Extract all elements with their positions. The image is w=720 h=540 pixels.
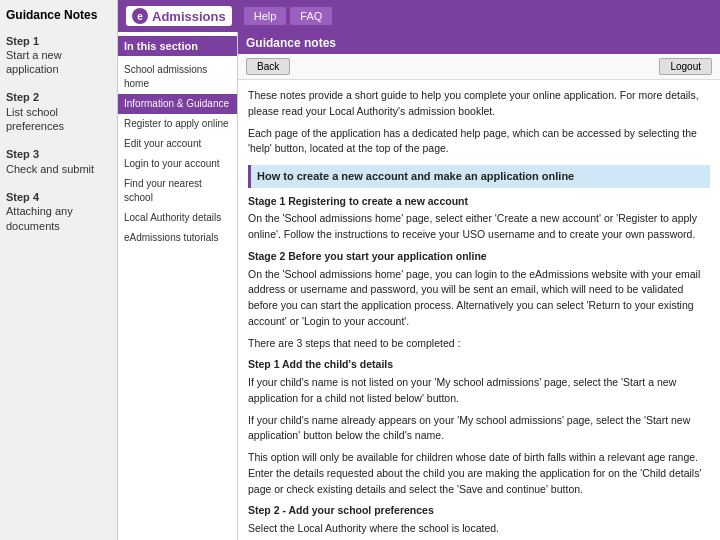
step1-p3: This option will only be available for c…: [248, 450, 710, 497]
step1-p1: If your child's name is not listed on yo…: [248, 375, 710, 407]
step-1-item: Step 1 Start a new application: [6, 34, 111, 77]
inner-sidebar-title: In this section: [118, 36, 237, 56]
logo-text: Admissions: [152, 9, 226, 24]
logout-button[interactable]: Logout: [659, 58, 712, 75]
sidebar-link-authority[interactable]: Local Authority details: [118, 208, 237, 228]
inner-sidebar: In this section School admissions home I…: [118, 32, 238, 540]
step-1-desc: Start a new application: [6, 48, 111, 77]
sidebar-link-info[interactable]: Information & Guidance: [118, 94, 237, 114]
guidance-notes-title: Guidance Notes: [6, 8, 111, 24]
left-sidebar: Guidance Notes Step 1 Start a new applic…: [0, 0, 118, 540]
step-3-item: Step 3 Check and submit: [6, 147, 111, 176]
step1-title: Step 1 Add the child's details: [248, 357, 710, 373]
intro-p1: These notes provide a short guide to hel…: [248, 88, 710, 120]
stage2-title: Stage 2 Before you start your applicatio…: [248, 249, 710, 265]
notes-toolbar: Back Logout: [238, 54, 720, 80]
sidebar-link-tutorials[interactable]: eAdmissions tutorials: [118, 228, 237, 248]
stage1-text: On the 'School admissions home' page, se…: [248, 211, 710, 243]
sidebar-link-home[interactable]: School admissions home: [118, 60, 237, 94]
three-steps-text: There are 3 steps that need to be comple…: [248, 336, 710, 352]
stage1-title: Stage 1 Registering to create a new acco…: [248, 194, 710, 210]
step-1-label: Step 1: [6, 34, 111, 48]
step-4-item: Step 4 Attaching any documents: [6, 190, 111, 233]
stage2-text: On the 'School admissions home' page, yo…: [248, 267, 710, 330]
step-3-label: Step 3: [6, 147, 111, 161]
step1-p2: If your child's name already appears on …: [248, 413, 710, 445]
main-area: e Admissions Help FAQ In this section Sc…: [118, 0, 720, 540]
step-4-label: Step 4: [6, 190, 111, 204]
notes-header: Guidance notes: [238, 32, 720, 54]
sidebar-link-login[interactable]: Login to your account: [118, 154, 237, 174]
content-area: In this section School admissions home I…: [118, 32, 720, 540]
section-title: How to create a new account and make an …: [248, 165, 710, 188]
step2-title: Step 2 - Add your school preferences: [248, 503, 710, 519]
logo-e-icon: e: [132, 8, 148, 24]
top-bar: e Admissions Help FAQ: [118, 0, 720, 32]
sidebar-link-edit[interactable]: Edit your account: [118, 134, 237, 154]
notes-body: These notes provide a short guide to hel…: [238, 80, 720, 540]
step-4-desc: Attaching any documents: [6, 204, 111, 233]
step2-p1: Select the Local Authority where the sch…: [248, 521, 710, 537]
sidebar-link-register[interactable]: Register to apply online: [118, 114, 237, 134]
sidebar-link-find[interactable]: Find your nearest school: [118, 174, 237, 208]
step-2-item: Step 2 List school preferences: [6, 90, 111, 133]
step-3-desc: Check and submit: [6, 162, 111, 176]
step-2-desc: List school preferences: [6, 105, 111, 134]
back-button[interactable]: Back: [246, 58, 290, 75]
faq-button[interactable]: FAQ: [290, 7, 332, 25]
notes-panel: Guidance notes Back Logout These notes p…: [238, 32, 720, 540]
step-2-label: Step 2: [6, 90, 111, 104]
logo-area: e Admissions: [126, 6, 232, 26]
help-button[interactable]: Help: [244, 7, 287, 25]
intro-p2: Each page of the application has a dedic…: [248, 126, 710, 158]
